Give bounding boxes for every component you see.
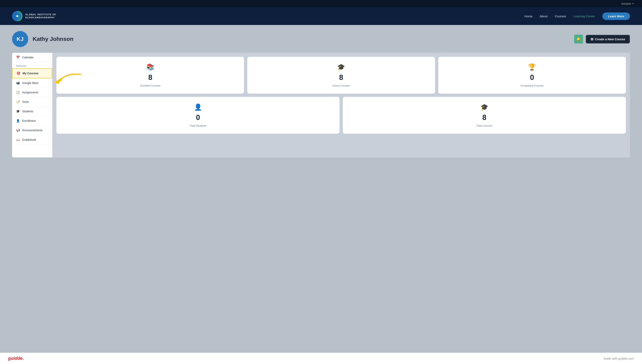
assignments-icon: 📋 xyxy=(16,90,20,94)
logo-text: Global Institute of Echocardiography xyxy=(25,13,56,19)
google-meet-icon: 📹 xyxy=(16,81,20,85)
completed-courses-card: 🏆 0 Completed Courses xyxy=(438,57,626,94)
nav-courses[interactable]: Courses xyxy=(555,14,566,18)
sidebar-calendar-label: Calendar xyxy=(22,56,34,59)
sidebar-item-tests[interactable]: 📝 Tests xyxy=(12,97,52,107)
svg-point-1 xyxy=(16,15,18,17)
total-students-label: Total Students xyxy=(190,124,206,127)
completed-icon: 🏆 xyxy=(528,63,536,71)
page-content: KJ Kathy Johnson 🔔 ⊞ Create a New Course xyxy=(0,25,642,353)
sidebar-item-my-courses[interactable]: 🎯 My Courses xyxy=(12,68,52,78)
announcements-icon: 📢 xyxy=(16,128,20,132)
enrolled-courses-card: 📚 8 Enrolled Courses xyxy=(57,57,244,94)
nav-learning-center[interactable]: Learning Center xyxy=(573,14,595,18)
total-students-value: 0 xyxy=(196,113,200,122)
main-nav: Global Institute of Echocardiography Hom… xyxy=(0,7,642,25)
profile-name: Kathy Johnson xyxy=(33,36,73,42)
calendar-icon: 📅 xyxy=(16,56,20,59)
my-courses-icon: 🎯 xyxy=(17,72,20,75)
profile-actions: 🔔 ⊞ Create a New Course xyxy=(574,35,630,44)
total-courses-value: 8 xyxy=(482,113,486,122)
sidebar-tests-label: Tests xyxy=(22,100,29,104)
gradebook-icon: 📖 xyxy=(16,138,20,142)
total-courses-card: 🎓 8 Total Courses xyxy=(343,97,626,134)
nav-about[interactable]: About xyxy=(540,14,548,18)
sidebar-item-google-meet[interactable]: 📹 Google Meet xyxy=(12,78,52,88)
stats-area: 📚 8 Enrolled Courses 🎓 8 Active Courses … xyxy=(52,53,630,158)
students-icon: 🎓 xyxy=(16,110,20,113)
nav-links: Home About Courses Learning Center Learn… xyxy=(524,12,630,20)
tests-icon: 📝 xyxy=(16,100,20,104)
chevron-down-icon: ▼ xyxy=(632,2,634,5)
sidebar-item-gradebook[interactable]: 📖 Gradebook xyxy=(12,135,52,144)
bell-button[interactable]: 🔔 xyxy=(574,35,583,44)
sidebar-gradebook-label: Gradebook xyxy=(22,138,36,141)
sidebar-assignments-label: Assignments xyxy=(22,91,38,94)
active-courses-card: 🎓 8 Active Courses xyxy=(247,57,435,94)
sidebar-google-meet-label: Google Meet xyxy=(22,81,38,84)
sidebar-section-instructor: Instructor xyxy=(12,62,52,68)
enrollment-icon: 👤 xyxy=(16,119,20,122)
total-students-card: 👤 0 Total Students xyxy=(57,97,340,134)
active-value: 8 xyxy=(339,73,343,82)
enrolled-icon: 📚 xyxy=(146,63,154,71)
sidebar-item-students[interactable]: 🎓 Students xyxy=(12,107,52,116)
footer-bar: guidde. Made with guidde.com xyxy=(0,353,642,364)
total-courses-label: Total Courses xyxy=(476,124,492,127)
completed-value: 0 xyxy=(530,73,534,82)
plus-icon: ⊞ xyxy=(591,37,593,41)
active-label: Active Courses xyxy=(332,84,350,87)
sidebar-item-calendar[interactable]: 📅 Calendar xyxy=(12,53,52,62)
sidebar-students-label: Students xyxy=(22,110,33,113)
sidebar-enrollment-label: Enrollment xyxy=(22,119,36,122)
guidde-logo: guidde. xyxy=(8,356,24,361)
avatar: KJ xyxy=(12,31,28,47)
sidebar-announcements-label: Announcements xyxy=(22,129,43,132)
logo: Global Institute of Echocardiography xyxy=(12,11,56,21)
completed-label: Completed Courses xyxy=(520,84,544,87)
bell-icon: 🔔 xyxy=(576,37,581,41)
account-menu[interactable]: Account ▼ xyxy=(621,2,634,5)
learn-more-button[interactable]: Learn More xyxy=(602,12,630,20)
enrolled-label: Enrolled Courses xyxy=(140,84,160,87)
nav-home[interactable]: Home xyxy=(524,14,532,18)
profile-header: KJ Kathy Johnson 🔔 ⊞ Create a New Course xyxy=(12,31,630,47)
footer-credit: Made with guidde.com xyxy=(604,357,634,360)
sidebar-my-courses-label: My Courses xyxy=(23,72,39,75)
create-course-label: Create a New Course xyxy=(595,38,625,41)
sidebar-item-assignments[interactable]: 📋 Assignments xyxy=(12,88,52,97)
enrolled-value: 8 xyxy=(148,73,152,82)
sidebar: 📅 Calendar Instructor 🎯 My Courses 📹 Goo… xyxy=(12,53,52,158)
account-bar: Account ▼ xyxy=(0,0,642,7)
active-icon: 🎓 xyxy=(337,63,345,71)
profile-left: KJ Kathy Johnson xyxy=(12,31,73,47)
logo-icon xyxy=(12,11,23,21)
stats-grid-top: 📚 8 Enrolled Courses 🎓 8 Active Courses … xyxy=(57,57,626,94)
account-label: Account xyxy=(621,2,631,5)
dashboard-layout: 📅 Calendar Instructor 🎯 My Courses 📹 Goo… xyxy=(12,53,630,158)
total-courses-icon: 🎓 xyxy=(480,103,488,111)
sidebar-item-announcements[interactable]: 📢 Announcements xyxy=(12,126,52,135)
sidebar-item-enrollment[interactable]: 👤 Enrollment xyxy=(12,116,52,126)
stats-grid-bottom: 👤 0 Total Students 🎓 8 Total Courses xyxy=(57,97,626,134)
total-students-icon: 👤 xyxy=(194,103,202,111)
create-new-course-button[interactable]: ⊞ Create a New Course xyxy=(586,35,630,44)
